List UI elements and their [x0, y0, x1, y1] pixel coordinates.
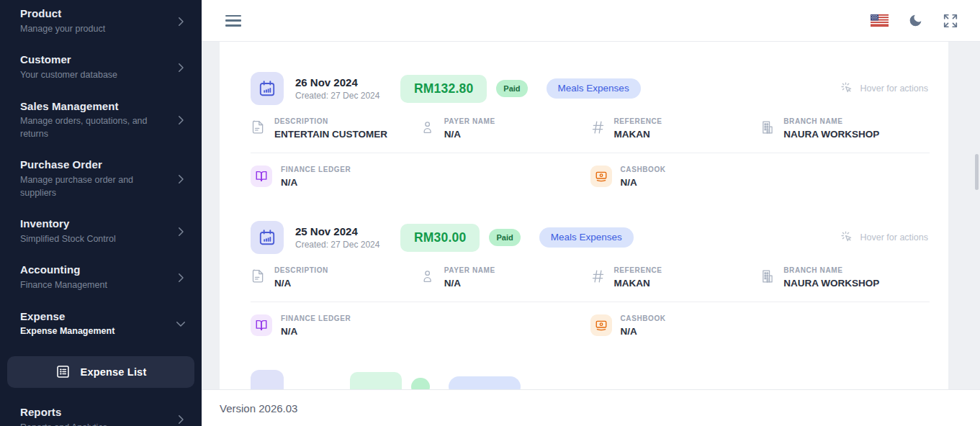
hash-icon	[590, 266, 606, 285]
status-badge: Paid	[489, 229, 520, 246]
sidebar-item-label: Accounting	[20, 263, 107, 277]
field-label: BRANCH NAME	[783, 117, 879, 125]
amount-badge: RM132.80	[400, 75, 487, 103]
hash-icon	[590, 117, 606, 136]
chevron-down-icon	[174, 317, 187, 330]
expense-date: 26 Nov 2024	[295, 76, 389, 89]
field-value: N/A	[621, 326, 666, 337]
finance-ledger-field: FINANCE LEDGER N/A	[251, 166, 590, 188]
sidebar-item-label: Product	[20, 7, 105, 21]
field-label: DESCRIPTION	[274, 266, 328, 274]
sidebar-item-label: Purchase Order	[20, 158, 168, 172]
cursor-click-icon	[840, 81, 855, 96]
chevron-right-icon	[174, 114, 187, 127]
sidebar-item-subtitle: Your customer database	[20, 69, 117, 82]
chevron-right-icon	[174, 413, 187, 426]
expense-created-date: Created: 27 Dec 2024	[295, 240, 389, 250]
status-badge: Paid	[496, 80, 527, 97]
field-label: FINANCE LEDGER	[281, 314, 351, 322]
sidebar-item-label: Customer	[20, 53, 117, 67]
amount-badge: RM30.00	[400, 224, 480, 252]
field-value: MAKAN	[614, 129, 662, 140]
field-label: PAYER NAME	[444, 117, 495, 125]
field-value: N/A	[274, 278, 328, 289]
field-value: MAKAN	[614, 278, 662, 289]
field-value: NAURA WORKSHOP	[783, 129, 879, 140]
menu-toggle-button[interactable]	[225, 15, 241, 27]
document-icon	[251, 266, 266, 285]
chevron-right-icon	[174, 15, 187, 28]
chevron-right-icon	[174, 173, 187, 186]
description-field: DESCRIPTION N/A	[251, 266, 421, 289]
field-value: ENTERTAIN CUSTOMER	[274, 129, 387, 140]
sidebar-item-subtitle: Manage orders, quotations, and returns	[20, 115, 168, 140]
sidebar-item-subtitle: Manage your product	[20, 23, 105, 36]
branch-field: BRANCH NAME NAURA WORKSHOP	[760, 117, 930, 140]
category-badge: Meals Expenses	[547, 78, 641, 99]
language-flag-button[interactable]	[871, 14, 889, 27]
entry-divider	[251, 302, 930, 302]
person-icon	[421, 266, 436, 285]
field-value: N/A	[281, 326, 351, 337]
cursor-click-icon	[840, 230, 855, 245]
vertical-scrollbar[interactable]	[975, 154, 979, 190]
expense-created-date: Created: 27 Dec 2024	[295, 91, 389, 101]
field-label: BRANCH NAME	[783, 266, 879, 274]
hover-for-actions-hint: Hover for actions	[840, 81, 930, 96]
sidebar-item-sales-management[interactable]: Sales Management Manage orders, quotatio…	[0, 100, 202, 141]
sidebar-item-subtitle: Simplified Stock Control	[20, 233, 116, 246]
cashbook-field: CASHBOOK N/A	[590, 314, 930, 337]
calendar-icon	[258, 79, 277, 98]
footer: Version 2026.03	[202, 389, 980, 426]
sidebar-item-label: Expense	[20, 310, 114, 324]
document-icon	[251, 117, 266, 136]
field-value: N/A	[444, 129, 495, 140]
field-label: CASHBOOK	[621, 314, 666, 322]
payer-field: PAYER NAME N/A	[421, 266, 590, 289]
sidebar-item-subtitle: Manage purchase order and suppliers	[20, 174, 168, 199]
sidebar-item-expense-list[interactable]: Expense List	[7, 356, 194, 388]
description-field: DESCRIPTION ENTERTAIN CUSTOMER	[251, 117, 421, 140]
book-open-icon	[255, 170, 268, 183]
field-value: N/A	[281, 177, 351, 188]
banknote-icon	[595, 170, 608, 183]
expense-date: 25 Nov 2024	[295, 225, 389, 237]
sidebar-item-customer[interactable]: Customer Your customer database	[0, 53, 202, 81]
expense-list-label: Expense List	[81, 366, 147, 378]
expense-list-content: 26 Nov 2024 Created: 27 Dec 2024 RM132.8…	[202, 42, 980, 426]
sidebar-item-accounting[interactable]: Accounting Finance Management	[0, 263, 202, 291]
calendar-tile	[251, 221, 284, 254]
sidebar-item-inventory[interactable]: Inventory Simplified Stock Control	[0, 217, 202, 245]
sidebar-item-reports[interactable]: Reports Reports and Analytics	[0, 406, 202, 426]
person-icon	[421, 117, 436, 136]
calendar-tile	[251, 72, 284, 105]
hamburger-icon	[225, 15, 241, 17]
reference-field: REFERENCE MAKAN	[590, 266, 760, 289]
expand-icon	[943, 13, 958, 29]
field-label: DESCRIPTION	[274, 117, 387, 125]
banknote-icon	[595, 319, 608, 332]
sidebar-item-label: Sales Management	[20, 100, 168, 114]
sidebar-item-purchase-order[interactable]: Purchase Order Manage purchase order and…	[0, 158, 202, 199]
chevron-right-icon	[174, 61, 187, 74]
fullscreen-button[interactable]	[943, 13, 958, 29]
chevron-right-icon	[174, 271, 187, 284]
sidebar-item-subtitle: Expense Management	[20, 325, 114, 338]
expense-entry[interactable]: 26 Nov 2024 Created: 27 Dec 2024 RM132.8…	[251, 72, 930, 188]
us-flag-icon	[871, 14, 889, 27]
reference-field: REFERENCE MAKAN	[590, 117, 760, 140]
expense-entry[interactable]: 25 Nov 2024 Created: 27 Dec 2024 RM30.00…	[251, 221, 930, 337]
dark-mode-toggle-button[interactable]	[908, 13, 923, 28]
hover-for-actions-hint: Hover for actions	[840, 230, 930, 245]
field-label: REFERENCE	[614, 266, 662, 274]
book-open-icon	[255, 319, 268, 332]
list-icon	[55, 364, 71, 379]
field-value: NAURA WORKSHOP	[783, 278, 879, 289]
building-icon	[760, 266, 776, 285]
category-badge: Meals Expenses	[539, 227, 634, 248]
sidebar-item-product[interactable]: Product Manage your product	[0, 7, 202, 35]
expense-list-card: 26 Nov 2024 Created: 27 Dec 2024 RM132.8…	[220, 42, 948, 426]
sidebar-item-expense[interactable]: Expense Expense Management	[0, 310, 202, 338]
chevron-right-icon	[174, 225, 187, 238]
field-label: REFERENCE	[614, 117, 662, 125]
